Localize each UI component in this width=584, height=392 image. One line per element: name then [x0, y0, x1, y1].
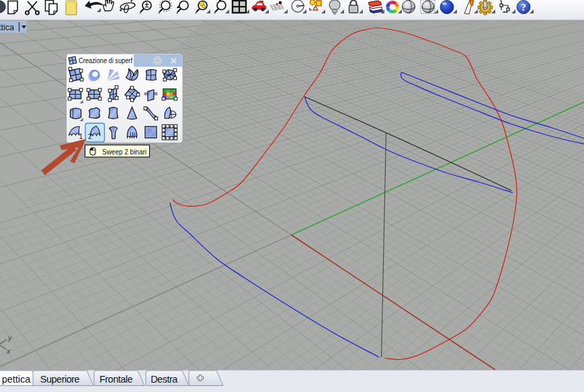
svg-text:Sweep 2 binari: Sweep 2 binari [102, 148, 147, 156]
svg-text:Creazione di superf: Creazione di superf [79, 56, 133, 64]
svg-text:Frontale: Frontale [99, 374, 133, 385]
svg-text:1: 1 [79, 132, 83, 140]
svg-text:ttica: ttica [0, 23, 14, 32]
svg-text:pettica: pettica [2, 374, 32, 385]
svg-text:2: 2 [88, 132, 92, 140]
svg-text:Superiore: Superiore [40, 374, 80, 385]
svg-text:Destra: Destra [151, 374, 178, 385]
svg-text:?: ? [521, 2, 526, 13]
svg-text:y: y [7, 334, 12, 342]
svg-text:x: x [6, 347, 11, 355]
